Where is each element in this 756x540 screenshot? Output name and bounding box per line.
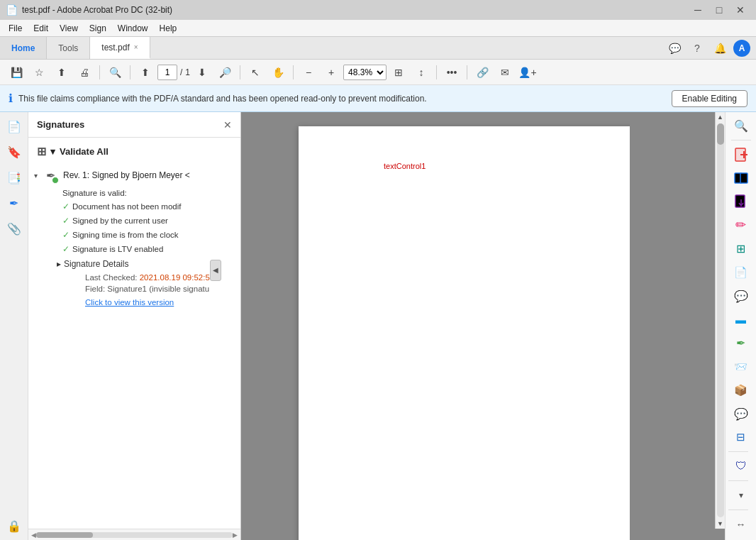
menu-help[interactable]: Help [154,22,183,35]
signature-header[interactable]: ▾ ✒ Rev. 1: Signed by Bjoern Meyer < [28,164,240,187]
right-publish-button[interactable]: 📦 [728,379,754,401]
tab-tools-label: Tools [58,43,78,53]
view-version-link[interactable]: Click to view this version [85,298,174,307]
validate-all-chevron: ▾ [50,146,55,157]
minimize-button[interactable]: ─ [688,3,708,17]
sig-section-chevron: ▸ [57,259,61,269]
scroll-down-arrow[interactable]: ▼ [716,519,726,529]
menu-window[interactable]: Window [112,22,154,35]
left-signature-button[interactable]: ✒ [3,192,26,214]
tab-home[interactable]: Home [0,37,47,59]
select-tool-button[interactable]: ↖ [245,62,266,82]
zoom-plus-button[interactable]: + [321,62,342,82]
hand-tool-button[interactable]: ✋ [267,62,289,82]
bookmark-button[interactable]: ☆ [28,62,50,82]
right-redact-button[interactable]: ▬ [728,309,754,331]
right-edit-button[interactable]: ✏ [728,214,754,236]
right-sep-1 [731,140,751,140]
sig-section-label: Signature Details [64,259,128,269]
prev-page-button[interactable]: ⬆ [135,62,156,82]
scroll-track[interactable] [36,532,233,538]
find-button[interactable]: 🔎 [214,62,235,82]
pdf-text-control: textControl1 [384,162,426,170]
right-table-button[interactable]: ⊟ [728,426,754,448]
right-down-arrow-button[interactable]: ▾ [728,483,754,508]
zoom-minus-button[interactable]: − [298,62,319,82]
notifications-button[interactable]: 🔔 [711,39,729,57]
zoom-select[interactable]: 48.3% 25% 50% 75% 100% [343,65,387,80]
maximize-button[interactable]: □ [709,3,729,17]
signature-details: Signature is valid: ✓ Document has not b… [28,187,240,256]
menu-file[interactable]: File [3,22,28,35]
panel-close-button[interactable]: ✕ [223,119,232,131]
scroll-track-v[interactable] [717,123,724,517]
sig-detail-text-0: Document has not been modif [72,202,181,211]
upload-button[interactable]: ⬆ [51,62,72,82]
right-expand-button[interactable]: ↔ [728,512,754,537]
enable-editing-button[interactable]: Enable Editing [672,90,747,107]
menu-bar: File Edit View Sign Window Help [0,20,756,37]
tab-file[interactable]: test.pdf × [90,37,150,59]
right-chat-button[interactable]: 💬 [728,403,754,425]
left-protected-button[interactable]: 🔒 [3,514,26,537]
scroll-left-arrow[interactable]: ◀ [31,531,36,539]
print-button[interactable]: 🖨 [74,62,95,82]
right-send-sign-button[interactable]: 📨 [728,356,754,378]
scroll-right-arrow[interactable]: ▶ [233,531,238,539]
left-bookmark-button[interactable]: 🔖 [3,140,26,163]
panel-collapse-arrow[interactable]: ◀ [210,260,221,281]
tab-bar: Home Tools test.pdf × 💬 ? 🔔 A [0,37,756,60]
chat-tab-button[interactable]: 💬 [665,39,684,57]
sig-valid-label: Signature is valid: [62,189,127,197]
page-view-button[interactable]: ⊞ [388,62,409,82]
right-organize-button[interactable]: ⊞ [728,238,754,260]
tab-close-button[interactable]: × [134,43,138,51]
right-shield-button[interactable]: 🛡 [728,453,754,479]
close-button[interactable]: ✕ [730,3,750,17]
signature-entry: ▾ ✒ Rev. 1: Signed by Bjoern Meyer < Sig… [28,162,240,312]
share-button[interactable]: 👤+ [517,62,538,82]
page-number-input[interactable]: 1 [157,65,177,80]
zoom-out-tool-button[interactable]: 🔍 [104,62,126,82]
scroll-button[interactable]: ↕ [411,62,432,82]
tab-bar-actions: 💬 ? 🔔 A [665,37,756,59]
tab-tools[interactable]: Tools [47,37,90,59]
right-comment-button[interactable]: 💬 [728,285,754,307]
save-button[interactable]: 💾 [6,62,27,82]
tab-home-label: Home [11,43,35,53]
left-create-button[interactable]: 📄 [3,115,26,138]
sig-valid-status: Signature is valid: [57,187,240,199]
more-tools-button[interactable]: ••• [441,62,462,82]
menu-edit[interactable]: Edit [28,22,54,35]
page-total: 1 [185,67,190,77]
help-tab-button[interactable]: ? [688,39,706,57]
left-layers-button[interactable]: 📑 [3,166,26,189]
window-title: test.pdf - Adobe Acrobat Pro DC (32-bit) [22,5,688,15]
scroll-thumb [36,532,93,538]
right-sep-4 [728,509,748,510]
left-attach-button[interactable]: 📎 [3,217,26,240]
scroll-up-arrow[interactable]: ▲ [716,112,726,122]
validate-all-icon: ⊞ [37,145,46,158]
toolbar-sep-5 [436,65,437,79]
menu-view[interactable]: View [54,22,84,35]
validate-all-button[interactable]: ⊞ ▾ Validate All [28,140,240,162]
right-zoom-button[interactable]: 🔍 [728,115,754,137]
right-add-pdf-button[interactable] [728,143,754,165]
right-combine-button[interactable] [728,167,754,189]
right-scan-button[interactable]: 📄 [728,261,754,283]
scroll-thumb-v [717,123,724,145]
email-button[interactable]: ✉ [494,62,516,82]
pdf-scrollbar-vertical: ▲ ▼ [715,112,725,529]
panel-title: Signatures [37,119,84,130]
menu-sign[interactable]: Sign [84,22,112,35]
next-page-button[interactable]: ⬇ [191,62,213,82]
right-export-button[interactable] [728,191,754,213]
right-fill-sign-button[interactable]: ✒ [728,332,754,354]
user-avatar[interactable]: A [733,40,750,57]
link-button[interactable]: 🔗 [472,62,493,82]
check-icon-1: ✓ [62,216,70,226]
field-label: Field: Signature1 (invisible signatu [85,285,209,293]
panel-body: ⊞ ▾ Validate All ▾ ✒ Rev. 1: Signed by B… [28,138,240,529]
signature-icon: ✒ [42,167,59,184]
